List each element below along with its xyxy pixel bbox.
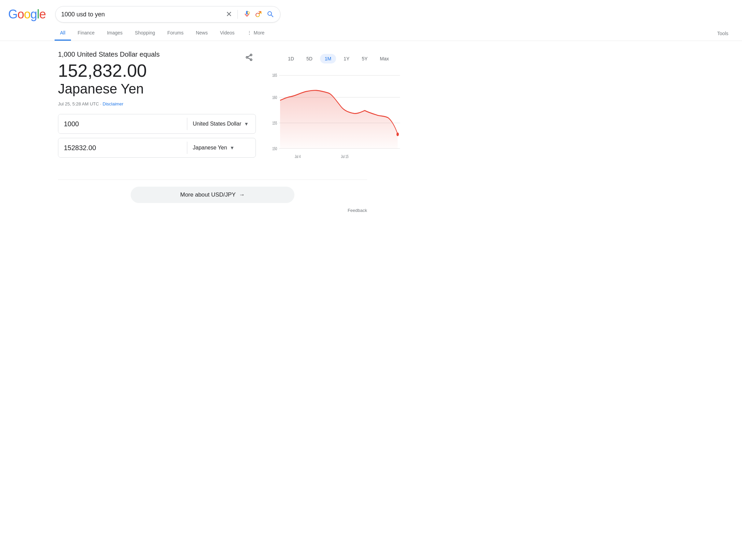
clear-button[interactable]: ✕ xyxy=(226,10,232,19)
to-amount-input[interactable] xyxy=(58,138,187,157)
timestamp: Jul 25, 5:28 AM UTC · Disclaimer xyxy=(58,101,256,106)
chart-timeframes: 1D 5D 1M 1Y 5Y Max xyxy=(270,54,401,63)
chart-endpoint xyxy=(396,132,399,136)
bottom-section: More about USD/JPY → Feedback xyxy=(0,180,375,220)
svg-line-7 xyxy=(248,58,250,59)
svg-line-6 xyxy=(248,56,250,57)
mic-icon xyxy=(243,10,251,19)
currency-name: Japanese Yen xyxy=(58,81,256,97)
header: Google ✕ xyxy=(0,0,742,26)
from-currency-selector[interactable]: United States Dollar ▼ xyxy=(187,114,256,133)
chart-svg: 165 160 155 150 Jul 4 Jul 15 xyxy=(270,70,401,173)
svg-text:155: 155 xyxy=(272,120,277,125)
chart-area xyxy=(280,90,398,149)
disclaimer-link[interactable]: Disclaimer xyxy=(103,101,123,106)
svg-text:Jul 15: Jul 15 xyxy=(341,154,349,159)
lens-button[interactable] xyxy=(255,10,262,19)
timeframe-1d[interactable]: 1D xyxy=(283,54,299,63)
from-currency-row: United States Dollar ▼ xyxy=(58,114,256,134)
from-amount-input[interactable] xyxy=(58,114,187,133)
timeframe-1m[interactable]: 1M xyxy=(320,54,336,63)
nav-item-shopping[interactable]: Shopping xyxy=(129,26,160,41)
more-about-section: More about USD/JPY → xyxy=(58,183,367,203)
nav-tools[interactable]: Tools xyxy=(712,27,734,40)
navigation: All Finance Images Shopping Forums News … xyxy=(0,26,742,41)
nav-item-more[interactable]: ⋮ More xyxy=(242,26,270,41)
timeframe-5y[interactable]: 5Y xyxy=(357,54,372,63)
converted-amount: 152,832.00 xyxy=(58,61,256,81)
nav-item-all[interactable]: All xyxy=(55,26,71,41)
more-dots-icon: ⋮ xyxy=(247,30,252,35)
to-currency-row: Japanese Yen ▼ xyxy=(58,138,256,158)
voice-search-button[interactable] xyxy=(243,10,251,19)
close-icon: ✕ xyxy=(226,10,232,19)
result-header: 1,000 United States Dollar equals 152,83… xyxy=(58,51,256,97)
svg-point-4 xyxy=(246,57,248,58)
search-input[interactable] xyxy=(61,11,222,18)
currency-converter: United States Dollar ▼ Japanese Yen ▼ xyxy=(58,114,256,158)
timeframe-5d[interactable]: 5D xyxy=(302,54,317,63)
share-button[interactable] xyxy=(242,51,256,66)
svg-text:165: 165 xyxy=(272,73,277,77)
dropdown-arrow-icon: ▼ xyxy=(244,121,249,127)
main-content: 1,000 United States Dollar equals 152,83… xyxy=(0,41,409,180)
nav-item-forums[interactable]: Forums xyxy=(162,26,189,41)
more-about-button[interactable]: More about USD/JPY → xyxy=(131,187,294,203)
nav-item-images[interactable]: Images xyxy=(101,26,128,41)
divider xyxy=(237,10,238,19)
timeframe-1y[interactable]: 1Y xyxy=(339,54,354,63)
svg-text:160: 160 xyxy=(272,95,277,100)
nav-item-news[interactable]: News xyxy=(190,26,213,41)
to-currency-selector[interactable]: Japanese Yen ▼ xyxy=(187,138,256,157)
feedback-section: Feedback xyxy=(58,206,367,213)
dropdown-arrow-icon-2: ▼ xyxy=(230,145,235,150)
google-logo: Google xyxy=(8,7,46,21)
search-submit-button[interactable] xyxy=(266,10,275,18)
left-panel: 1,000 United States Dollar equals 152,83… xyxy=(58,51,256,173)
bottom-divider xyxy=(58,180,367,180)
search-bar: ✕ xyxy=(55,6,280,23)
feedback-link[interactable]: Feedback xyxy=(348,208,367,213)
svg-point-3 xyxy=(250,54,252,56)
nav-item-videos[interactable]: Videos xyxy=(215,26,240,41)
svg-point-5 xyxy=(250,59,252,61)
svg-text:150: 150 xyxy=(272,146,277,151)
lens-icon xyxy=(255,10,262,19)
search-icons: ✕ xyxy=(226,10,275,19)
svg-text:Jul 4: Jul 4 xyxy=(295,154,301,159)
chart-panel: 1D 5D 1M 1Y 5Y Max 165 160 155 150 Jul 4 xyxy=(270,51,401,173)
currency-chart: 165 160 155 150 Jul 4 Jul 15 xyxy=(270,70,401,173)
equals-text: 1,000 United States Dollar equals xyxy=(58,51,256,58)
nav-item-finance[interactable]: Finance xyxy=(72,26,100,41)
svg-point-1 xyxy=(248,12,249,14)
timeframe-max[interactable]: Max xyxy=(375,54,394,63)
